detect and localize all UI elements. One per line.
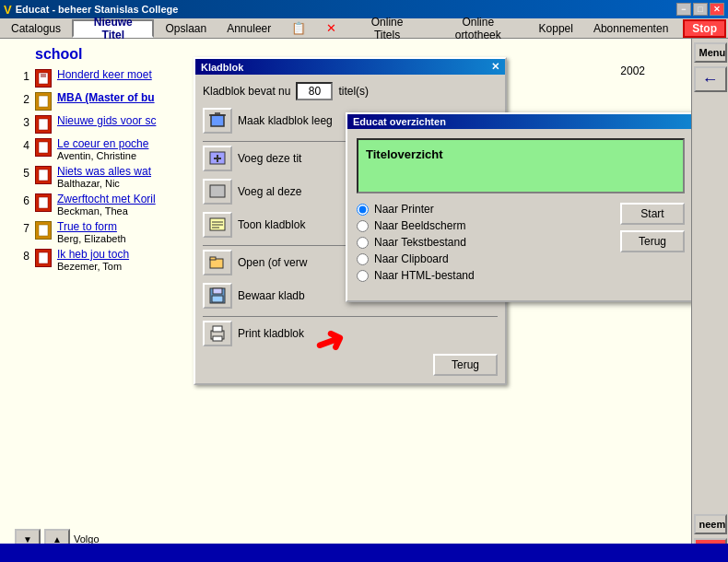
book-title[interactable]: Nieuwe gids voor sc <box>57 114 156 127</box>
book-title[interactable]: True to form <box>57 220 126 233</box>
book-title[interactable]: Ik heb jou toch <box>57 248 129 261</box>
menu-copy[interactable]: 📋 <box>282 19 315 38</box>
kladblok-bewaar-button[interactable] <box>203 283 232 309</box>
kladblok-count-row: Kladblok bevat nu titel(s) <box>203 82 498 100</box>
kladblok-titels-label: titel(s) <box>338 85 369 98</box>
kladblok-open-label: Open (of verw <box>238 256 307 269</box>
book-icon <box>35 115 52 134</box>
kladblok-count-input[interactable] <box>296 82 333 100</box>
book-icon <box>35 138 52 157</box>
menu-stop[interactable]: Stop <box>683 19 726 38</box>
titeloverzicht-label: Titeloverzicht <box>366 147 443 161</box>
svg-rect-9 <box>39 252 48 263</box>
kladblok-print-row: Print kladblok <box>203 321 498 346</box>
date-label: 2002 <box>620 64 645 77</box>
main-area: school 1 Honderd keer moet 2 MBA (Ma <box>0 39 728 562</box>
radio-tekstbestand[interactable]: Naar Tekstbestand <box>357 236 475 249</box>
close-button[interactable]: ✕ <box>710 3 724 16</box>
book-author: Aventin, Christine <box>57 150 148 161</box>
kladblok-toon-label: Toon kladblok <box>238 218 305 231</box>
maximize-button[interactable]: □ <box>693 3 708 16</box>
svg-rect-8 <box>39 225 48 236</box>
book-title[interactable]: Honderd keer moet <box>57 68 152 81</box>
menu-online-ortotheek[interactable]: Online ortotheek <box>429 19 528 38</box>
menu-opslaan[interactable]: Opslaan <box>156 19 216 38</box>
kladblok-bevat-label: Kladblok bevat nu <box>203 85 290 98</box>
minimize-button[interactable]: − <box>676 3 691 16</box>
overzichten-header: Educat overzichten <box>347 114 691 129</box>
svg-rect-28 <box>213 336 222 341</box>
kladblok-maak-label: Maak kladblok leeg <box>238 114 333 127</box>
book-title[interactable]: Le coeur en poche <box>57 137 148 150</box>
kladblok-header: Kladblok ✕ <box>195 59 505 75</box>
menu-delete[interactable]: ✕ <box>317 19 346 38</box>
svg-rect-25 <box>212 296 223 302</box>
sidebar-menu-button[interactable]: Menu <box>694 42 727 63</box>
svg-rect-5 <box>39 142 48 153</box>
kladblok-print-button[interactable] <box>203 321 232 346</box>
svg-rect-6 <box>39 170 48 181</box>
book-author: Beckman, Thea <box>57 205 156 217</box>
menu-bar: Catalogus Nieuwe Titel Opslaan Annuleer … <box>0 18 728 39</box>
kladblok-close-icon[interactable]: ✕ <box>491 61 499 73</box>
app-icon: V <box>4 3 12 17</box>
kladblok-voeg-tit-label: Voeg deze tit <box>238 152 301 165</box>
svg-rect-7 <box>39 197 48 208</box>
svg-rect-4 <box>39 119 48 130</box>
radio-clipboard[interactable]: Naar Clipboard <box>357 252 475 265</box>
menu-online-titels[interactable]: Online Titels <box>347 19 427 38</box>
kladblok-maak-button[interactable] <box>203 108 232 134</box>
book-title[interactable]: Zwerftocht met Koril <box>57 193 156 205</box>
overzichten-start-button[interactable]: Start <box>620 203 685 225</box>
book-author: Balthazar, Nic <box>57 178 151 189</box>
book-icon <box>35 193 52 212</box>
menu-catalogus[interactable]: Catalogus <box>2 19 70 38</box>
kladblok-print-label: Print kladblok <box>238 327 304 340</box>
radio-group: Naar Printer Naar Beeldscherm Naar Tekst… <box>357 203 475 282</box>
kladblok-bewaar-label: Bewaar kladb <box>238 289 305 302</box>
radio-printer[interactable]: Naar Printer <box>357 203 475 216</box>
kladblok-voeg-al-label: Voeg al deze <box>238 185 301 198</box>
radio-html[interactable]: Naar HTML-bestand <box>357 269 475 282</box>
content-panel: school 1 Honderd keer moet 2 MBA (Ma <box>0 39 691 562</box>
book-icon <box>35 249 52 267</box>
kladblok-voeg-al-button[interactable] <box>203 179 232 205</box>
book-icon <box>35 221 52 240</box>
kladblok-title: Kladblok <box>201 62 243 73</box>
radio-beeldscherm[interactable]: Naar Beeldscherm <box>357 219 475 232</box>
kladblok-open-button[interactable] <box>203 250 232 275</box>
menu-abonnementen[interactable]: Abonnementen <box>584 19 677 38</box>
overzichten-body: Titeloverzicht Naar Printer Naar Beeldsc… <box>347 129 691 300</box>
book-icon <box>35 166 52 184</box>
svg-rect-27 <box>213 326 222 332</box>
sidebar-neem-button[interactable]: neem <box>694 514 727 534</box>
book-title[interactable]: MBA (Master of bu <box>57 91 155 104</box>
kladblok-terug-button[interactable]: Terug <box>433 354 498 376</box>
svg-rect-3 <box>39 96 48 107</box>
svg-rect-16 <box>210 185 225 197</box>
menu-annuleer[interactable]: Annuleer <box>217 19 280 38</box>
kladblok-toon-button[interactable] <box>203 212 232 238</box>
menu-koppel[interactable]: Koppel <box>530 19 582 38</box>
book-icon <box>35 69 52 88</box>
book-icon <box>35 92 52 111</box>
book-title[interactable]: Niets was alles wat <box>57 165 151 178</box>
sidebar-back-button[interactable]: ← <box>694 66 727 92</box>
book-author: Berg, Elizabeth <box>57 233 126 244</box>
svg-rect-22 <box>210 257 216 260</box>
menu-nieuwe-titel[interactable]: Nieuwe Titel <box>72 19 154 38</box>
overzichten-dialog: Educat overzichten Titeloverzicht Naar P… <box>346 112 691 302</box>
bottom-bar <box>0 544 728 562</box>
svg-rect-24 <box>213 288 222 294</box>
title-text: Educat - beheer Stanislas College <box>16 4 179 15</box>
overzichten-title: Educat overzichten <box>353 116 446 127</box>
titeloverzicht-box: Titeloverzicht <box>357 138 685 193</box>
right-sidebar: Menu ← neem Stop <box>691 39 728 562</box>
kladblok-voeg-tit-button[interactable] <box>203 146 232 171</box>
overzichten-terug-button[interactable]: Terug <box>620 230 685 252</box>
svg-rect-10 <box>211 115 224 126</box>
book-author: Bezemer, Tom <box>57 261 129 272</box>
